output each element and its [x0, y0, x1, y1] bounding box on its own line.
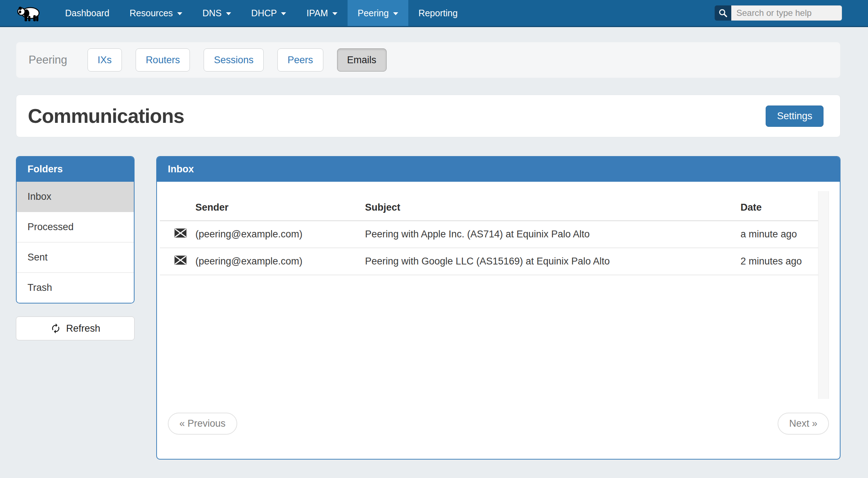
inbox-panel: Inbox Sender Subject Date: [156, 156, 841, 460]
nav-item-label: Peering: [358, 8, 389, 18]
top-navbar: Dashboard Resources DNS DHCP IPAM Peerin…: [0, 0, 868, 27]
email-subject: Peering with Apple Inc. (AS714) at Equin…: [365, 221, 740, 248]
search-icon: [718, 8, 728, 18]
refresh-icon: [50, 323, 61, 334]
subject-column-header: Subject: [365, 191, 740, 221]
nav-item-dashboard[interactable]: Dashboard: [55, 0, 119, 26]
chevron-down-icon: [226, 12, 231, 15]
folder-item-processed[interactable]: Processed: [17, 212, 134, 242]
folders-panel-title: Folders: [17, 157, 134, 182]
nav-item-dns[interactable]: DNS: [192, 0, 241, 26]
nav-item-label: DHCP: [251, 8, 277, 18]
email-table: Sender Subject Date (peering@examp: [160, 191, 818, 275]
inbox-panel-title: Inbox: [157, 157, 840, 182]
panda-logo-icon: [17, 4, 41, 22]
sender-column-header: Sender: [195, 191, 365, 221]
folders-panel: Folders Inbox Processed Sent Trash: [16, 156, 135, 303]
section-label: Peering: [29, 53, 67, 66]
tab-emails[interactable]: Emails: [337, 48, 387, 72]
page-header-card: Communications Settings: [16, 95, 841, 137]
email-date: a minute ago: [741, 221, 818, 248]
icon-column-header: [160, 191, 195, 221]
app-logo[interactable]: [0, 0, 55, 26]
global-search: [715, 5, 842, 21]
nav-item-label: IPAM: [306, 8, 328, 18]
date-column-header: Date: [741, 191, 818, 221]
peering-toolbar: Peering IXs Routers Sessions Peers Email…: [16, 42, 841, 78]
email-sender: (peering@example.com): [195, 248, 365, 275]
email-table-header-row: Sender Subject Date: [160, 191, 818, 221]
nav-item-label: DNS: [203, 8, 222, 18]
chevron-down-icon: [332, 12, 337, 15]
folder-item-sent[interactable]: Sent: [17, 242, 134, 272]
tab-peers[interactable]: Peers: [277, 48, 323, 72]
nav-item-dhcp[interactable]: DHCP: [241, 0, 297, 26]
nav-item-reporting[interactable]: Reporting: [408, 0, 468, 26]
chevron-down-icon: [281, 12, 286, 15]
folders-column: Folders Inbox Processed Sent Trash Refre…: [16, 156, 135, 340]
envelope-icon: [174, 255, 187, 265]
nav-item-label: Reporting: [418, 8, 458, 18]
tab-sessions[interactable]: Sessions: [204, 48, 264, 72]
chevron-down-icon: [177, 12, 182, 15]
nav-item-ipam[interactable]: IPAM: [296, 0, 347, 26]
nav-item-label: Dashboard: [65, 8, 109, 18]
settings-button[interactable]: Settings: [766, 105, 824, 127]
email-date: 2 minutes ago: [741, 248, 818, 275]
refresh-button[interactable]: Refresh: [16, 316, 135, 340]
peering-tabs: IXs Routers Sessions Peers Emails: [88, 48, 387, 72]
main-content: Folders Inbox Processed Sent Trash Refre…: [16, 156, 841, 460]
previous-page-button[interactable]: « Previous: [168, 413, 237, 435]
tab-routers[interactable]: Routers: [136, 48, 190, 72]
email-row[interactable]: (peering@example.com) Peering with Googl…: [160, 248, 818, 275]
tab-ixs[interactable]: IXs: [88, 48, 122, 72]
folder-item-inbox[interactable]: Inbox: [17, 182, 134, 212]
folder-item-trash[interactable]: Trash: [17, 272, 134, 303]
refresh-button-label: Refresh: [66, 323, 101, 334]
table-scrollbar[interactable]: [818, 191, 829, 399]
email-table-container: Sender Subject Date (peering@examp: [160, 191, 829, 399]
nav-item-resources[interactable]: Resources: [119, 0, 192, 26]
next-page-button[interactable]: Next »: [778, 413, 829, 435]
search-button[interactable]: [715, 5, 731, 21]
chevron-down-icon: [393, 12, 398, 15]
nav-item-peering[interactable]: Peering: [348, 0, 408, 26]
envelope-icon: [174, 228, 187, 238]
search-input[interactable]: [731, 5, 842, 21]
email-subject: Peering with Google LLC (AS15169) at Equ…: [365, 248, 740, 275]
email-row[interactable]: (peering@example.com) Peering with Apple…: [160, 221, 818, 248]
nav-item-label: Resources: [129, 8, 173, 18]
email-sender: (peering@example.com): [195, 221, 365, 248]
page-title: Communications: [28, 104, 184, 128]
pagination: « Previous Next »: [168, 413, 829, 435]
main-nav: Dashboard Resources DNS DHCP IPAM Peerin…: [55, 0, 468, 26]
